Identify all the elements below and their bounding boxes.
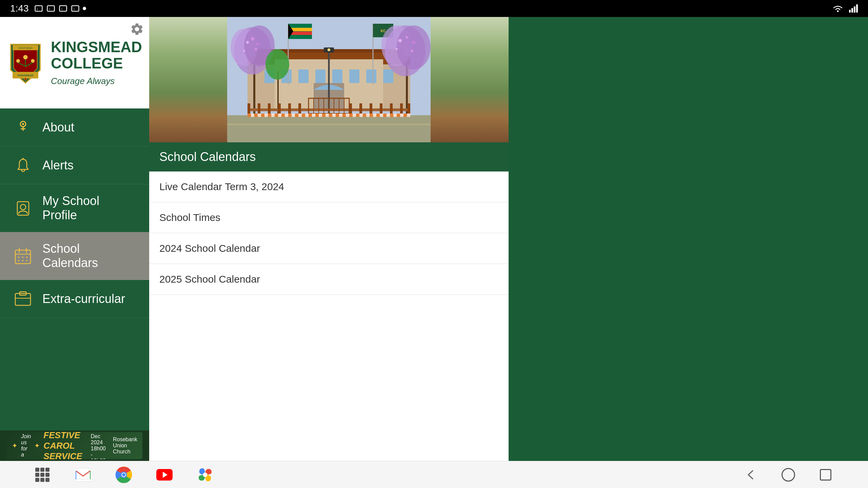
svg-text:KINGS MEAD: KINGS MEAD [19,47,33,49]
svg-rect-103 [349,103,352,114]
alerts-icon [14,156,32,175]
svg-rect-6 [72,6,79,11]
svg-point-85 [411,49,413,52]
list-item-2024-calendar[interactable]: 2024 School Calendar [149,233,509,264]
back-icon [744,468,758,482]
settings-button[interactable] [130,22,144,39]
svg-text:!: ! [61,7,62,11]
banner-join-text: Join us for a [21,433,31,458]
home-button[interactable] [780,466,797,483]
svg-point-73 [251,37,254,41]
svg-rect-104 [359,103,362,114]
svg-point-20 [22,123,24,125]
banner-date: 02 Dec 2024 18h00 - 19h00 [91,432,106,459]
signal-bars [849,4,858,13]
youtube-icon [156,469,173,481]
recents-button[interactable] [817,466,834,483]
profile-label: My School Profile [42,194,136,222]
svg-point-33 [18,260,19,261]
status-bar: 1:43 ! ! ! ! [0,0,868,17]
svg-point-75 [243,50,245,52]
calendar-icon [14,247,32,265]
banner-area: ✦ Join us for a ✦ FESTIVE CAROL SERVICE … [0,430,149,461]
svg-point-123 [122,473,125,476]
apps-button[interactable] [34,466,51,483]
svg-point-25 [20,204,26,210]
svg-point-74 [256,43,259,45]
calendar-item-text: Live Calendar Term 3, 2024 [159,181,284,192]
svg-rect-50 [315,69,326,83]
sidebar: KINGSMEAD KINGS MEAD KINGSMEADCOLLEGE Co… [0,17,149,461]
alerts-label: Alerts [42,158,74,172]
svg-rect-90 [258,103,260,114]
svg-rect-2 [47,6,54,11]
photos-icon [197,466,214,484]
svg-rect-105 [370,103,372,114]
svg-point-30 [18,257,19,258]
svg-point-10 [16,59,20,63]
svg-rect-0 [35,6,42,11]
bottom-nav [0,461,868,488]
svg-text:!: ! [49,7,50,11]
sidebar-item-my-school-profile[interactable]: My School Profile [0,184,149,232]
sidebar-item-alerts[interactable]: Alerts [0,146,149,184]
list-item-school-times[interactable]: School Times [149,202,509,233]
calendars-label: School Calendars [42,242,136,270]
svg-point-8 [837,11,839,12]
svg-rect-111 [227,124,431,125]
svg-point-31 [22,257,23,258]
chrome-button[interactable] [115,466,132,483]
svg-point-124 [203,472,207,477]
banner-star-2: ✦ [34,442,40,450]
svg-point-32 [26,257,27,258]
notification-icon: ! [34,4,43,13]
banner-festive-text: FESTIVE CAROL SERVICE [43,432,82,459]
youtube-play-icon [163,472,167,478]
list-item-live-calendar[interactable]: Live Calendar Term 3, 2024 [149,171,509,202]
sidebar-item-about[interactable]: About [0,108,149,146]
svg-text:!: ! [74,7,75,11]
svg-point-11 [31,59,35,63]
nav-items: About Alerts [0,108,149,430]
logo-area: KINGSMEAD KINGS MEAD KINGSMEADCOLLEGE Co… [0,17,149,108]
banner-location: Rosebank Union Church [113,436,137,455]
svg-rect-53 [366,69,376,83]
svg-point-9 [23,55,28,59]
youtube-button[interactable] [156,466,173,483]
school-motto: Courage Always [51,76,142,86]
svg-rect-113 [248,114,410,117]
svg-point-72 [246,41,249,44]
extra-curricular-icon [14,289,32,308]
svg-point-34 [22,260,23,261]
extra-curricular-label: Extra-curricular [42,292,125,306]
notification-icon-4: ! [71,4,80,13]
list-item-2025-calendar[interactable]: 2025 School Calendar [149,264,509,295]
svg-text:!: ! [37,7,38,11]
photos-button[interactable] [197,466,214,483]
hero-image: KC [149,17,509,142]
back-button[interactable] [743,466,760,483]
svg-point-82 [406,36,408,39]
chrome-icon [115,466,132,484]
right-panel [509,17,868,461]
svg-rect-91 [268,103,271,114]
gmail-icon [75,468,92,482]
sidebar-item-extra-curricular[interactable]: Extra-curricular [0,280,149,318]
svg-point-35 [26,260,27,261]
school-illustration: KC [149,17,509,142]
sidebar-item-school-calendars[interactable]: School Calendars [0,232,149,280]
school-crest: KINGSMEAD KINGS MEAD [7,41,44,85]
svg-point-23 [22,158,24,159]
app-container: KINGSMEAD KINGS MEAD KINGSMEADCOLLEGE Co… [0,17,868,461]
svg-rect-92 [278,103,281,114]
gmail-button[interactable] [75,466,92,483]
svg-point-67 [328,48,330,51]
svg-point-84 [396,48,398,50]
bottom-nav-controls [743,466,834,483]
svg-point-80 [397,25,431,69]
svg-rect-109 [408,103,410,114]
svg-rect-54 [383,69,393,83]
calendar-list: Live Calendar Term 3, 2024 School Times … [149,171,509,461]
section-title: School Calendars [159,150,256,164]
svg-point-83 [412,41,415,44]
